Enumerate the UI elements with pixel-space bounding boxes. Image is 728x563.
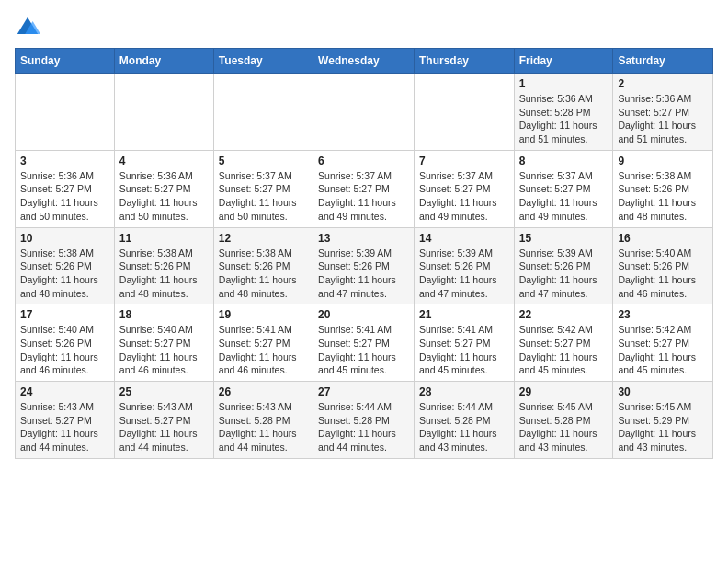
calendar-cell: 12Sunrise: 5:38 AM Sunset: 5:26 PM Dayli… (213, 227, 313, 304)
calendar-cell: 15Sunrise: 5:39 AM Sunset: 5:26 PM Dayli… (514, 227, 613, 304)
calendar-cell: 4Sunrise: 5:36 AM Sunset: 5:27 PM Daylig… (114, 150, 213, 227)
day-number: 2 (618, 77, 708, 90)
calendar-cell: 29Sunrise: 5:45 AM Sunset: 5:28 PM Dayli… (514, 382, 613, 459)
day-number: 13 (318, 232, 409, 245)
calendar-cell: 5Sunrise: 5:37 AM Sunset: 5:27 PM Daylig… (213, 150, 313, 227)
day-info: Sunrise: 5:38 AM Sunset: 5:26 PM Dayligh… (219, 247, 308, 301)
day-number: 7 (419, 155, 509, 167)
day-number: 30 (618, 385, 708, 398)
calendar-cell: 3Sunrise: 5:36 AM Sunset: 5:27 PM Daylig… (16, 150, 115, 227)
day-number: 11 (119, 232, 209, 245)
day-number: 27 (318, 385, 409, 398)
calendar-week-row: 24Sunrise: 5:43 AM Sunset: 5:27 PM Dayli… (16, 382, 713, 459)
day-info: Sunrise: 5:39 AM Sunset: 5:26 PM Dayligh… (519, 247, 609, 301)
calendar-week-row: 17Sunrise: 5:40 AM Sunset: 5:26 PM Dayli… (16, 304, 713, 382)
calendar-header-wednesday: Wednesday (313, 49, 415, 74)
calendar-cell: 17Sunrise: 5:40 AM Sunset: 5:26 PM Dayli… (16, 304, 115, 382)
day-info: Sunrise: 5:42 AM Sunset: 5:27 PM Dayligh… (618, 323, 708, 377)
calendar-cell: 26Sunrise: 5:43 AM Sunset: 5:28 PM Dayli… (213, 382, 313, 459)
day-info: Sunrise: 5:42 AM Sunset: 5:27 PM Dayligh… (519, 323, 609, 377)
day-number: 5 (219, 155, 308, 167)
calendar-header-sunday: Sunday (16, 49, 115, 74)
calendar-cell: 9Sunrise: 5:38 AM Sunset: 5:26 PM Daylig… (613, 150, 713, 227)
day-number: 14 (419, 232, 509, 245)
calendar-cell: 30Sunrise: 5:45 AM Sunset: 5:29 PM Dayli… (613, 382, 713, 459)
calendar-header-row: SundayMondayTuesdayWednesdayThursdayFrid… (16, 49, 713, 74)
day-info: Sunrise: 5:39 AM Sunset: 5:26 PM Dayligh… (318, 247, 409, 301)
calendar-week-row: 3Sunrise: 5:36 AM Sunset: 5:27 PM Daylig… (16, 150, 713, 227)
day-number: 8 (519, 155, 609, 167)
day-info: Sunrise: 5:38 AM Sunset: 5:26 PM Dayligh… (618, 169, 708, 224)
day-info: Sunrise: 5:41 AM Sunset: 5:27 PM Dayligh… (219, 323, 308, 377)
day-info: Sunrise: 5:41 AM Sunset: 5:27 PM Dayligh… (419, 323, 509, 377)
day-info: Sunrise: 5:39 AM Sunset: 5:26 PM Dayligh… (419, 247, 509, 301)
day-info: Sunrise: 5:38 AM Sunset: 5:26 PM Dayligh… (119, 247, 209, 301)
day-number: 10 (20, 232, 109, 245)
day-number: 22 (519, 308, 609, 321)
day-number: 12 (219, 232, 308, 245)
calendar-cell: 27Sunrise: 5:44 AM Sunset: 5:28 PM Dayli… (313, 382, 415, 459)
calendar-week-row: 1Sunrise: 5:36 AM Sunset: 5:28 PM Daylig… (16, 74, 713, 151)
calendar-cell: 24Sunrise: 5:43 AM Sunset: 5:27 PM Dayli… (16, 382, 115, 459)
calendar-cell: 18Sunrise: 5:40 AM Sunset: 5:27 PM Dayli… (114, 304, 213, 382)
day-info: Sunrise: 5:40 AM Sunset: 5:26 PM Dayligh… (618, 247, 708, 301)
day-number: 29 (519, 385, 609, 398)
day-number: 6 (318, 155, 409, 167)
calendar-header-friday: Friday (514, 49, 613, 74)
calendar-cell: 10Sunrise: 5:38 AM Sunset: 5:26 PM Dayli… (16, 227, 115, 304)
calendar-week-row: 10Sunrise: 5:38 AM Sunset: 5:26 PM Dayli… (16, 227, 713, 304)
day-number: 18 (119, 308, 209, 321)
calendar-cell: 16Sunrise: 5:40 AM Sunset: 5:26 PM Dayli… (613, 227, 713, 304)
day-info: Sunrise: 5:38 AM Sunset: 5:26 PM Dayligh… (20, 247, 109, 301)
day-number: 21 (419, 308, 509, 321)
day-info: Sunrise: 5:45 AM Sunset: 5:29 PM Dayligh… (618, 400, 708, 454)
calendar-cell: 13Sunrise: 5:39 AM Sunset: 5:26 PM Dayli… (313, 227, 415, 304)
day-info: Sunrise: 5:43 AM Sunset: 5:27 PM Dayligh… (20, 400, 109, 454)
day-info: Sunrise: 5:40 AM Sunset: 5:27 PM Dayligh… (119, 323, 209, 377)
day-info: Sunrise: 5:44 AM Sunset: 5:28 PM Dayligh… (318, 400, 409, 454)
day-info: Sunrise: 5:41 AM Sunset: 5:27 PM Dayligh… (318, 323, 409, 377)
day-number: 19 (219, 308, 308, 321)
calendar-cell: 23Sunrise: 5:42 AM Sunset: 5:27 PM Dayli… (613, 304, 713, 382)
calendar-cell: 21Sunrise: 5:41 AM Sunset: 5:27 PM Dayli… (414, 304, 514, 382)
day-number: 23 (618, 308, 708, 321)
day-number: 24 (20, 385, 109, 398)
calendar-cell: 6Sunrise: 5:37 AM Sunset: 5:27 PM Daylig… (313, 150, 415, 227)
day-number: 26 (219, 385, 308, 398)
day-number: 16 (618, 232, 708, 245)
day-number: 9 (618, 155, 708, 167)
calendar: SundayMondayTuesdayWednesdayThursdayFrid… (15, 48, 713, 459)
header (15, 15, 713, 40)
day-info: Sunrise: 5:36 AM Sunset: 5:27 PM Dayligh… (119, 169, 209, 224)
calendar-cell: 25Sunrise: 5:43 AM Sunset: 5:27 PM Dayli… (114, 382, 213, 459)
calendar-cell (114, 74, 213, 151)
calendar-cell: 28Sunrise: 5:44 AM Sunset: 5:28 PM Dayli… (414, 382, 514, 459)
day-number: 20 (318, 308, 409, 321)
day-info: Sunrise: 5:36 AM Sunset: 5:27 PM Dayligh… (618, 92, 708, 146)
calendar-cell (313, 74, 415, 151)
day-number: 28 (419, 385, 509, 398)
calendar-header-saturday: Saturday (613, 49, 713, 74)
calendar-cell: 14Sunrise: 5:39 AM Sunset: 5:26 PM Dayli… (414, 227, 514, 304)
day-number: 4 (119, 155, 209, 167)
calendar-cell (213, 74, 313, 151)
day-info: Sunrise: 5:37 AM Sunset: 5:27 PM Dayligh… (419, 169, 509, 224)
day-info: Sunrise: 5:40 AM Sunset: 5:26 PM Dayligh… (20, 323, 109, 377)
calendar-cell (16, 74, 115, 151)
day-info: Sunrise: 5:36 AM Sunset: 5:28 PM Dayligh… (519, 92, 609, 146)
day-info: Sunrise: 5:43 AM Sunset: 5:28 PM Dayligh… (219, 400, 308, 454)
day-info: Sunrise: 5:37 AM Sunset: 5:27 PM Dayligh… (519, 169, 609, 224)
calendar-cell: 7Sunrise: 5:37 AM Sunset: 5:27 PM Daylig… (414, 150, 514, 227)
day-number: 17 (20, 308, 109, 321)
calendar-header-tuesday: Tuesday (213, 49, 313, 74)
day-info: Sunrise: 5:45 AM Sunset: 5:28 PM Dayligh… (519, 400, 609, 454)
calendar-cell: 2Sunrise: 5:36 AM Sunset: 5:27 PM Daylig… (613, 74, 713, 151)
day-info: Sunrise: 5:37 AM Sunset: 5:27 PM Dayligh… (318, 169, 409, 224)
calendar-cell (414, 74, 514, 151)
calendar-cell: 11Sunrise: 5:38 AM Sunset: 5:26 PM Dayli… (114, 227, 213, 304)
day-number: 15 (519, 232, 609, 245)
day-info: Sunrise: 5:43 AM Sunset: 5:27 PM Dayligh… (119, 400, 209, 454)
day-info: Sunrise: 5:37 AM Sunset: 5:27 PM Dayligh… (219, 169, 308, 224)
day-info: Sunrise: 5:36 AM Sunset: 5:27 PM Dayligh… (20, 169, 109, 224)
day-number: 1 (519, 77, 609, 90)
